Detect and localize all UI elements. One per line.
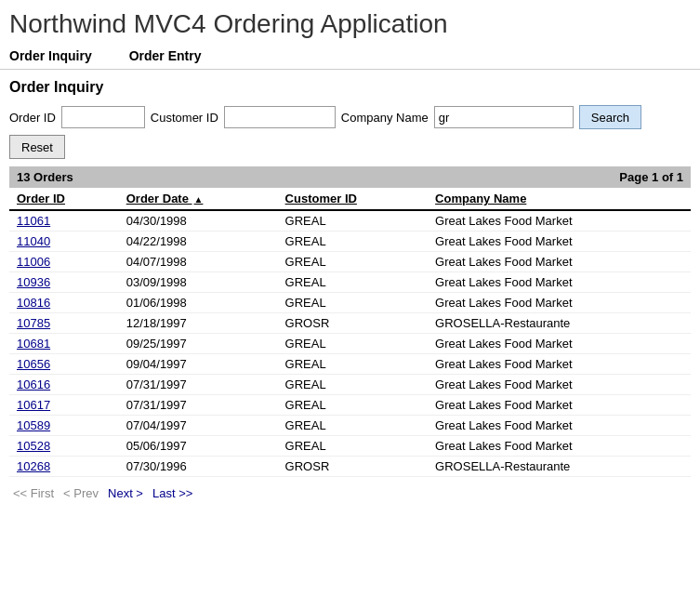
order-id-link[interactable]: 10936 <box>17 275 50 289</box>
cell-order-date: 07/31/1997 <box>119 375 278 395</box>
cell-order-id: 10785 <box>9 313 119 334</box>
orders-table: Order ID Order Date ▲ Customer ID Compan… <box>9 188 691 477</box>
table-row: 1068109/25/1997GREALGreat Lakes Food Mar… <box>9 334 691 354</box>
cell-company-name: Great Lakes Food Market <box>428 436 691 457</box>
cell-company-name: GROSELLA-Restaurante <box>428 457 691 477</box>
col-order-id[interactable]: Order ID <box>9 188 119 210</box>
cell-customer-id: GREAL <box>278 232 429 252</box>
cell-order-id: 11061 <box>9 210 119 232</box>
col-company-name[interactable]: Company Name <box>428 188 691 210</box>
cell-company-name: Great Lakes Food Market <box>428 375 691 395</box>
order-id-link[interactable]: 10785 <box>17 316 50 330</box>
table-row: 1061607/31/1997GREALGreat Lakes Food Mar… <box>9 375 691 395</box>
cell-order-date: 12/18/1997 <box>119 313 278 334</box>
first-page-link[interactable]: << First <box>13 486 54 500</box>
cell-order-id: 10936 <box>9 272 119 293</box>
cell-order-date: 01/06/1998 <box>119 293 278 313</box>
cell-order-date: 09/04/1997 <box>119 354 278 375</box>
cell-company-name: Great Lakes Food Market <box>428 354 691 375</box>
cell-company-name: Great Lakes Food Market <box>428 252 691 272</box>
order-id-link[interactable]: 11061 <box>17 214 50 228</box>
cell-customer-id: GROSR <box>278 313 429 334</box>
results-page: Page 1 of 1 <box>619 170 683 184</box>
sort-arrow-order-date: ▲ <box>194 194 204 205</box>
cell-customer-id: GREAL <box>278 375 429 395</box>
cell-company-name: Great Lakes Food Market <box>428 210 691 232</box>
pagination: << First < Prev Next > Last >> <box>9 477 691 510</box>
filter-row: Order ID Customer ID Company Name Search… <box>9 105 691 159</box>
cell-order-date: 04/07/1998 <box>119 252 278 272</box>
cell-customer-id: GREAL <box>278 252 429 272</box>
table-row: 1065609/04/1997GREALGreat Lakes Food Mar… <box>9 354 691 375</box>
customer-id-label: Customer ID <box>151 111 218 125</box>
cell-order-id: 10681 <box>9 334 119 354</box>
nav-order-entry[interactable]: Order Entry <box>129 48 202 63</box>
order-id-link[interactable]: 11040 <box>17 234 50 248</box>
cell-company-name: Great Lakes Food Market <box>428 334 691 354</box>
nav-order-inquiry[interactable]: Order Inquiry <box>9 48 92 63</box>
order-id-link[interactable]: 10528 <box>17 439 50 453</box>
app-title: Northwind MVC4 Ordering Application <box>0 0 700 43</box>
cell-order-date: 04/30/1998 <box>119 210 278 232</box>
table-row: 1100604/07/1998GREALGreat Lakes Food Mar… <box>9 252 691 272</box>
order-id-link[interactable]: 10656 <box>17 357 50 371</box>
cell-order-id: 10528 <box>9 436 119 457</box>
last-page-link[interactable]: Last >> <box>152 486 192 500</box>
cell-order-id: 10268 <box>9 457 119 477</box>
cell-order-date: 04/22/1998 <box>119 232 278 252</box>
next-page-link[interactable]: Next > <box>108 486 143 500</box>
cell-customer-id: GREAL <box>278 416 429 436</box>
cell-order-id: 10816 <box>9 293 119 313</box>
cell-company-name: Great Lakes Food Market <box>428 395 691 416</box>
nav-bar: Order Inquiry Order Entry <box>0 43 700 70</box>
order-id-link[interactable]: 11006 <box>17 255 50 269</box>
order-id-link[interactable]: 10268 <box>17 459 50 473</box>
cell-order-id: 10616 <box>9 375 119 395</box>
results-bar: 13 Orders Page 1 of 1 <box>9 166 691 188</box>
cell-order-date: 03/09/1998 <box>119 272 278 293</box>
col-order-date[interactable]: Order Date ▲ <box>119 188 278 210</box>
section-title: Order Inquiry <box>9 79 691 96</box>
cell-order-id: 10656 <box>9 354 119 375</box>
order-id-label: Order ID <box>9 111 56 125</box>
cell-customer-id: GREAL <box>278 436 429 457</box>
reset-button[interactable]: Reset <box>9 135 65 159</box>
prev-page-link[interactable]: < Prev <box>63 486 99 500</box>
cell-company-name: Great Lakes Food Market <box>428 416 691 436</box>
table-row: 1106104/30/1998GREALGreat Lakes Food Mar… <box>9 210 691 232</box>
table-row: 1093603/09/1998GREALGreat Lakes Food Mar… <box>9 272 691 293</box>
cell-customer-id: GREAL <box>278 293 429 313</box>
customer-id-input[interactable] <box>224 106 336 128</box>
cell-order-date: 05/06/1997 <box>119 436 278 457</box>
order-id-link[interactable]: 10589 <box>17 418 50 432</box>
order-id-input[interactable] <box>61 106 145 128</box>
cell-order-date: 07/31/1997 <box>119 395 278 416</box>
results-count: 13 Orders <box>17 170 73 184</box>
cell-order-id: 10589 <box>9 416 119 436</box>
table-row: 1081601/06/1998GREALGreat Lakes Food Mar… <box>9 293 691 313</box>
table-row: 1061707/31/1997GREALGreat Lakes Food Mar… <box>9 395 691 416</box>
cell-company-name: Great Lakes Food Market <box>428 232 691 252</box>
order-id-link[interactable]: 10617 <box>17 398 50 412</box>
table-row: 1078512/18/1997GROSRGROSELLA-Restaurante <box>9 313 691 334</box>
cell-customer-id: GREAL <box>278 334 429 354</box>
table-row: 1052805/06/1997GREALGreat Lakes Food Mar… <box>9 436 691 457</box>
cell-company-name: Great Lakes Food Market <box>428 272 691 293</box>
orders-tbody: 1106104/30/1998GREALGreat Lakes Food Mar… <box>9 210 691 477</box>
company-name-label: Company Name <box>341 111 429 125</box>
search-button[interactable]: Search <box>579 105 641 129</box>
order-id-link[interactable]: 10616 <box>17 377 50 391</box>
cell-order-id: 10617 <box>9 395 119 416</box>
order-id-link[interactable]: 10816 <box>17 296 50 310</box>
cell-order-id: 11040 <box>9 232 119 252</box>
col-customer-id[interactable]: Customer ID <box>278 188 429 210</box>
company-name-input[interactable] <box>434 106 574 128</box>
cell-order-date: 09/25/1997 <box>119 334 278 354</box>
cell-company-name: GROSELLA-Restaurante <box>428 313 691 334</box>
cell-order-date: 07/04/1997 <box>119 416 278 436</box>
order-id-link[interactable]: 10681 <box>17 337 50 351</box>
cell-customer-id: GREAL <box>278 354 429 375</box>
table-row: 1104004/22/1998GREALGreat Lakes Food Mar… <box>9 232 691 252</box>
cell-customer-id: GREAL <box>278 395 429 416</box>
cell-customer-id: GROSR <box>278 457 429 477</box>
